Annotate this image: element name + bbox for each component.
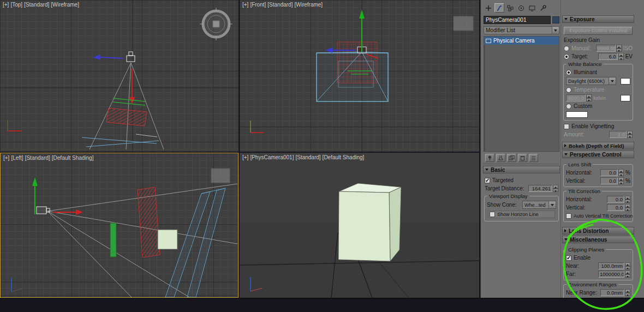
modifier-list-dropdown[interactable]: Modifier List [484, 26, 559, 34]
manual-iso-field[interactable]: 9999.99 [596, 45, 616, 52]
rollout-header-bokeh[interactable]: Bokeh (Depth of Field) [562, 142, 634, 149]
manual-radio[interactable] [564, 46, 569, 51]
illuminant-dropdown[interactable]: Daylight (6500K) [566, 77, 616, 85]
target-ev-spinner[interactable] [618, 53, 624, 60]
illuminant-radio[interactable] [566, 70, 571, 75]
lens-shift-vertical-field[interactable]: 0.0 [600, 177, 618, 184]
near-clip-spinner[interactable] [625, 262, 630, 269]
viewport-general-menu[interactable]: [+] [3, 155, 9, 161]
viewport-render-preset-menu[interactable]: [Standard] [267, 2, 293, 8]
viewport-top[interactable]: [+][Top][Standard][Wireframe] [0, 0, 238, 152]
target-ev-field[interactable]: 6.0 [598, 53, 618, 60]
far-clip-spinner[interactable] [625, 271, 630, 278]
viewport-pov-menu[interactable]: [PhysCamera001] [250, 154, 294, 160]
remove-modifier-icon[interactable] [518, 154, 527, 162]
lens-shift-horizontal-field[interactable]: 0.0 [600, 169, 618, 176]
temperature-color-swatch[interactable] [621, 95, 630, 101]
target-radio[interactable] [564, 54, 569, 59]
viewport-render-preset-menu[interactable]: [Standard] [24, 2, 49, 8]
tilt-horizontal-field[interactable]: 0.0 [607, 196, 624, 203]
illuminant-color-swatch[interactable] [621, 78, 630, 85]
near-range-field[interactable]: 0.0mm [600, 289, 624, 296]
viewport-left-active[interactable]: [+][Left][Standard][Default Shading] [0, 153, 238, 298]
far-clip-field[interactable]: 1000000.0 [598, 271, 624, 278]
percent-unit-label: % [625, 178, 630, 184]
tilt-horizontal-spinner[interactable] [625, 196, 630, 203]
lens-shift-vertical-spinner[interactable] [618, 177, 624, 184]
viewport-camera[interactable]: [+][PhysCamera001][Standard][Default Sha… [240, 153, 479, 298]
exposure-control-installed-button[interactable]: Exposure Control Installed [564, 27, 633, 35]
viewport-general-menu[interactable]: [+] [3, 2, 9, 8]
frustum-far-edge[interactable] [82, 137, 159, 147]
temperature-field[interactable]: 6500.0 [566, 94, 586, 101]
viewport-render-preset-menu[interactable]: [Standard] [295, 154, 320, 160]
custom-color-swatch[interactable] [566, 111, 588, 118]
chevron-down-icon[interactable] [548, 201, 556, 208]
viewport-shading-menu[interactable]: [Wireframe] [51, 2, 79, 8]
custom-radio[interactable] [566, 104, 571, 109]
viewport-pov-menu[interactable]: [Top] [10, 2, 22, 8]
red-hatched-plane[interactable] [106, 108, 147, 126]
clipping-enable-checkbox[interactable] [566, 255, 571, 261]
viewport-general-menu[interactable]: [+] [242, 2, 248, 8]
target-cube[interactable] [338, 183, 401, 261]
stack-item-physical-camera[interactable]: Physical Camera [484, 37, 559, 45]
viewcube-icon[interactable] [454, 16, 473, 31]
object-color-swatch[interactable] [552, 16, 559, 23]
camera-frustum[interactable] [317, 52, 388, 101]
camera-gizmo[interactable] [37, 207, 83, 215]
viewport-pov-menu[interactable]: [Left] [11, 155, 23, 161]
show-horizon-checkbox[interactable] [490, 212, 495, 217]
tilt-vertical-spinner[interactable] [625, 204, 630, 211]
rollout-header-perspective-control[interactable]: Perspective Control [562, 151, 634, 158]
chevron-down-icon[interactable] [609, 77, 616, 85]
utilities-tab-icon[interactable] [538, 3, 548, 13]
viewport-shading-menu[interactable]: [Default Shading] [52, 155, 94, 161]
show-end-result-icon[interactable] [496, 154, 505, 162]
viewport-shading-menu[interactable]: [Wireframe] [294, 2, 323, 8]
auto-vertical-tilt-checkbox[interactable] [566, 213, 571, 219]
amount-field[interactable]: 1.0 [609, 131, 627, 138]
manual-iso-spinner[interactable] [616, 45, 622, 52]
object-name-field[interactable]: PhysCamera001 [484, 16, 551, 24]
rollout-header-miscellaneous[interactable]: Miscellaneous [562, 236, 634, 243]
view-compass[interactable] [200, 8, 232, 40]
motion-tab-icon[interactable] [516, 3, 526, 13]
viewport-render-preset-menu[interactable]: [Standard] [25, 155, 50, 161]
rollout-header-exposure[interactable]: Exposure [562, 15, 634, 23]
target-distance-spinner[interactable] [553, 185, 558, 192]
near-range-spinner[interactable] [625, 289, 630, 296]
modify-tab-icon[interactable] [494, 3, 504, 13]
viewport-shading-menu[interactable]: [Default Shading] [323, 154, 365, 160]
near-clip-field[interactable]: 100.0mm [598, 262, 624, 269]
pin-stack-icon[interactable] [485, 154, 494, 162]
amount-spinner[interactable] [627, 131, 633, 138]
rollout-title: Perspective Control [570, 152, 621, 158]
viewcube-icon[interactable] [211, 169, 230, 183]
viewport-pov-menu[interactable]: [Front] [250, 2, 266, 8]
cube-edge[interactable] [136, 134, 157, 137]
green-plane[interactable] [110, 223, 116, 257]
target-cube[interactable] [158, 230, 177, 249]
show-cone-dropdown[interactable]: Whe...ted [522, 201, 556, 209]
make-unique-icon[interactable] [507, 154, 516, 162]
targeted-checkbox[interactable] [485, 178, 490, 183]
rollout-header-lens-distortion[interactable]: Lens Distortion [562, 227, 634, 235]
viewport-front[interactable]: [+][Front][Standard][Wireframe] [240, 0, 479, 152]
tilt-vertical-field[interactable]: 0.0 [607, 204, 624, 211]
display-tab-icon[interactable] [527, 3, 537, 13]
enable-vignetting-checkbox[interactable] [564, 124, 569, 129]
red-hatched-plane[interactable] [138, 187, 160, 257]
rollout-header-basic[interactable]: Basic [483, 166, 560, 173]
temperature-radio[interactable] [566, 87, 571, 93]
create-tab-icon[interactable] [484, 3, 493, 13]
configure-modifier-sets-icon[interactable] [529, 154, 538, 162]
lens-shift-horizontal-spinner[interactable] [618, 169, 624, 176]
chevron-down-icon[interactable] [552, 27, 559, 34]
temperature-spinner[interactable] [586, 94, 592, 101]
camera-gizmo[interactable] [93, 52, 135, 104]
hierarchy-tab-icon[interactable] [505, 3, 515, 13]
viewport-general-menu[interactable]: [+] [242, 154, 248, 160]
target-distance-field[interactable]: 164.261 [528, 185, 552, 192]
modifier-stack[interactable]: Physical Camera [484, 36, 559, 152]
